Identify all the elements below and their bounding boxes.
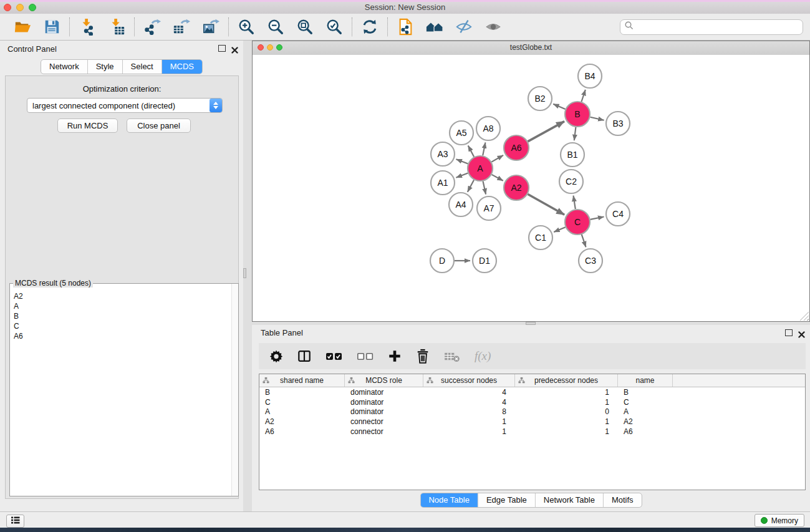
graph-node-B1[interactable]: B1 bbox=[561, 143, 584, 167]
graph-edge-A2-C[interactable] bbox=[528, 194, 564, 215]
tab-style[interactable]: Style bbox=[87, 60, 122, 74]
graph-node-A3[interactable]: A3 bbox=[431, 142, 455, 166]
zoom-window-button[interactable] bbox=[29, 4, 36, 11]
graph-edge-C-C4[interactable] bbox=[591, 217, 604, 220]
import-table-icon[interactable] bbox=[107, 17, 126, 36]
close-panel-icon[interactable] bbox=[231, 45, 238, 52]
table-row[interactable]: A2connector11A2 bbox=[259, 417, 805, 427]
graph-edge-A-A6[interactable] bbox=[491, 155, 503, 162]
graph-edge-A-A4[interactable] bbox=[468, 180, 474, 192]
graph-node-C[interactable]: C bbox=[565, 210, 590, 235]
graph-edge-B-B3[interactable] bbox=[591, 117, 604, 120]
tab-node-table[interactable]: Node Table bbox=[420, 493, 478, 507]
graph-node-A[interactable]: A bbox=[468, 156, 493, 181]
graph-edge-C-C3[interactable] bbox=[582, 235, 586, 247]
tab-mcds[interactable]: MCDS bbox=[162, 60, 202, 74]
network-canvas[interactable]: B4B2BB3A5A8A6A3B1AC2A1A2A4A7C4CC1C3DD1 bbox=[253, 55, 809, 321]
export-network-icon[interactable] bbox=[143, 17, 162, 36]
graph-edge-A-A7[interactable] bbox=[483, 181, 486, 195]
graph-node-C3[interactable]: C3 bbox=[579, 249, 602, 273]
graph-edge-A-A3[interactable] bbox=[456, 159, 468, 163]
table-row[interactable]: Adominator80A bbox=[259, 407, 805, 417]
graph-edge-A-A2[interactable] bbox=[492, 175, 503, 181]
graph-node-A7[interactable]: A7 bbox=[477, 196, 501, 220]
tab-select[interactable]: Select bbox=[122, 60, 162, 74]
result-list-item[interactable]: C bbox=[14, 321, 23, 331]
graph-edge-B-B2[interactable] bbox=[553, 104, 565, 109]
zoom-in-icon[interactable] bbox=[237, 17, 256, 36]
column-header-MCDS-role[interactable]: MCDS role bbox=[345, 374, 423, 387]
result-list-item[interactable]: A bbox=[14, 301, 23, 311]
graph-node-B2[interactable]: B2 bbox=[528, 87, 552, 110]
column-header-predecessor-nodes[interactable]: predecessor nodes bbox=[515, 374, 618, 387]
select-all-icon[interactable] bbox=[325, 349, 342, 364]
graph-node-B3[interactable]: B3 bbox=[606, 112, 630, 135]
close-window-button[interactable] bbox=[4, 4, 11, 11]
criterion-select[interactable]: largest connected component (directed) bbox=[27, 98, 223, 113]
network-window-titlebar[interactable]: testGlobe.txt bbox=[253, 41, 809, 56]
zoom-selected-icon[interactable] bbox=[325, 17, 344, 36]
search-input[interactable] bbox=[634, 20, 803, 34]
close-table-panel-icon[interactable] bbox=[798, 329, 805, 336]
zoom-out-icon[interactable] bbox=[266, 17, 285, 36]
eye-icon[interactable] bbox=[484, 17, 503, 36]
delete-column-icon[interactable] bbox=[416, 349, 430, 364]
document-network-icon[interactable] bbox=[396, 17, 415, 36]
graph-node-A5[interactable]: A5 bbox=[450, 121, 473, 145]
houses-icon[interactable] bbox=[425, 17, 444, 36]
export-image-icon[interactable] bbox=[201, 17, 220, 36]
graph-edge-C-C2[interactable] bbox=[574, 196, 576, 210]
save-session-icon[interactable] bbox=[42, 17, 61, 36]
split-panel-icon[interactable] bbox=[297, 349, 311, 364]
graph-node-A6[interactable]: A6 bbox=[504, 135, 529, 160]
graph-node-A4[interactable]: A4 bbox=[449, 193, 473, 216]
graph-node-A2[interactable]: A2 bbox=[504, 175, 529, 200]
result-list-item[interactable]: B bbox=[14, 311, 23, 321]
graph-node-C2[interactable]: C2 bbox=[559, 170, 583, 193]
eye-slash-icon[interactable] bbox=[455, 17, 473, 36]
export-table-icon[interactable] bbox=[172, 17, 191, 36]
splitter-handle-vertical[interactable] bbox=[243, 268, 246, 278]
close-panel-button[interactable]: Close panel bbox=[127, 118, 191, 133]
result-list-item[interactable]: A6 bbox=[14, 331, 23, 341]
memory-button[interactable]: Memory bbox=[755, 514, 804, 527]
table-row[interactable]: A6connector11A6 bbox=[259, 427, 805, 437]
tab-motifs[interactable]: Motifs bbox=[603, 493, 642, 507]
refresh-icon[interactable] bbox=[360, 17, 379, 36]
table-row[interactable]: Cdominator41C bbox=[259, 397, 805, 407]
graph-edge-A-A1[interactable] bbox=[456, 173, 468, 178]
graph-node-B4[interactable]: B4 bbox=[578, 64, 602, 88]
float-table-panel-icon[interactable] bbox=[785, 329, 793, 336]
column-header-name[interactable]: name bbox=[618, 374, 673, 387]
graph-edge-A-A8[interactable] bbox=[483, 143, 485, 156]
graph-node-A8[interactable]: A8 bbox=[476, 117, 500, 140]
tab-network[interactable]: Network bbox=[41, 60, 87, 74]
network-minimize-button[interactable] bbox=[267, 44, 273, 51]
column-header-successor-nodes[interactable]: successor nodes bbox=[423, 374, 515, 387]
tab-network-table[interactable]: Network Table bbox=[535, 493, 603, 507]
result-list-item[interactable]: A2 bbox=[14, 291, 23, 301]
import-network-icon[interactable] bbox=[78, 17, 97, 36]
tab-edge-table[interactable]: Edge Table bbox=[478, 493, 535, 507]
search-field[interactable] bbox=[620, 19, 803, 35]
settings-gear-icon[interactable] bbox=[269, 349, 283, 364]
add-column-icon[interactable] bbox=[388, 349, 402, 364]
graph-node-C1[interactable]: C1 bbox=[529, 226, 552, 249]
task-history-button[interactable] bbox=[6, 515, 24, 528]
graph-edge-B-B1[interactable] bbox=[574, 127, 576, 140]
network-zoom-button[interactable] bbox=[276, 44, 282, 51]
open-file-icon[interactable] bbox=[13, 17, 32, 36]
graph-edge-A6-B[interactable] bbox=[528, 122, 564, 142]
run-mcds-button[interactable]: Run MCDS bbox=[57, 118, 118, 133]
deselect-all-icon[interactable] bbox=[357, 349, 374, 364]
graph-edge-B-B4[interactable] bbox=[582, 90, 586, 102]
graph-node-C4[interactable]: C4 bbox=[606, 202, 630, 226]
graph-node-B[interactable]: B bbox=[565, 102, 590, 127]
graph-node-D1[interactable]: D1 bbox=[473, 249, 496, 273]
network-close-button[interactable] bbox=[258, 44, 264, 51]
graph-node-D[interactable]: D bbox=[430, 249, 454, 273]
graph-edge-C-C1[interactable] bbox=[554, 227, 566, 232]
graph-edge-A-A5[interactable] bbox=[468, 145, 475, 157]
zoom-fit-icon[interactable] bbox=[296, 17, 314, 36]
result-scrollbar[interactable] bbox=[231, 284, 238, 496]
